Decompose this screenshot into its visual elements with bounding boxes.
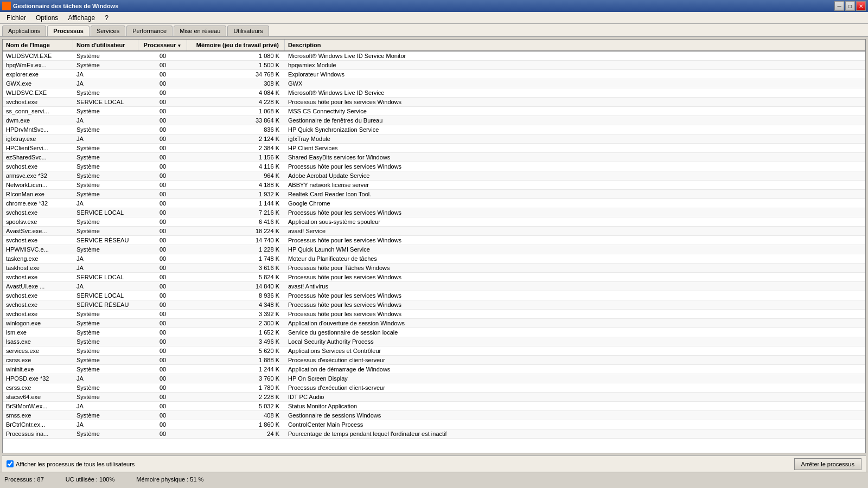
tab-processus[interactable]: Processus xyxy=(47,25,90,36)
cell-user: SERVICE LOCAL xyxy=(73,273,138,281)
table-row[interactable]: taskeng.exe JA 00 1 748 K Moteur du Plan… xyxy=(3,254,865,264)
cell-user: Système xyxy=(73,429,138,438)
cell-name: svchost.exe xyxy=(3,291,73,300)
cell-desc: Service du gestionnaire de session local… xyxy=(285,328,865,337)
table-row[interactable]: NetworkLicen... Système 00 4 188 K ABBYY… xyxy=(3,181,865,190)
table-row[interactable]: svchost.exe SERVICE LOCAL 00 4 228 K Pro… xyxy=(3,98,865,107)
table-row[interactable]: Processus ina... Système 00 24 K Pourcen… xyxy=(3,429,865,439)
show-all-users-checkbox[interactable] xyxy=(7,460,14,467)
menu-options[interactable]: Options xyxy=(31,13,62,23)
cell-name: GWX.exe xyxy=(3,79,73,88)
col-header-name[interactable]: Nom de l'Image xyxy=(3,40,73,50)
cell-name: wininit.exe xyxy=(3,365,73,374)
menu-fichier[interactable]: Fichier xyxy=(2,13,30,23)
table-row[interactable]: wininit.exe Système 00 1 244 K Applicati… xyxy=(3,365,865,374)
table-row[interactable]: HPClientServi... Système 00 2 384 K HP C… xyxy=(3,144,865,153)
table-row[interactable]: stacsv64.exe Système 00 2 228 K IDT PC A… xyxy=(3,393,865,402)
table-row[interactable]: svchost.exe SERVICE RÉSEAU 00 4 348 K Pr… xyxy=(3,300,865,310)
table-row[interactable]: smss.exe Système 00 408 K Gestionnaire d… xyxy=(3,411,865,420)
cell-cpu: 00 xyxy=(138,88,187,97)
maximize-button[interactable]: □ xyxy=(845,1,855,11)
tab-utilisateurs[interactable]: Utilisateurs xyxy=(227,25,269,36)
cell-desc: igfxTray Module xyxy=(285,134,865,143)
table-row[interactable]: AvastUI.exe ... JA 00 14 840 K avast! An… xyxy=(3,282,865,291)
table-row[interactable]: AvastSvc.exe... Système 00 18 224 K avas… xyxy=(3,227,865,236)
table-row[interactable]: spoolsv.exe Système 00 6 416 K Applicati… xyxy=(3,217,865,227)
menu-help[interactable]: ? xyxy=(100,13,113,23)
cell-name: stacsv64.exe xyxy=(3,393,73,401)
table-row[interactable]: dwm.exe JA 00 33 864 K Gestionnaire de f… xyxy=(3,116,865,125)
table-row[interactable]: csrss.exe Système 00 1 780 K Processus d… xyxy=(3,383,865,393)
cell-name: BrStMonW.ex... xyxy=(3,402,73,410)
cell-mem: 5 824 K xyxy=(187,273,285,281)
menu-affichage[interactable]: Affichage xyxy=(63,13,99,23)
cell-name: csrss.exe xyxy=(3,356,73,364)
cell-user: Système xyxy=(73,52,138,60)
tab-services[interactable]: Services xyxy=(91,25,125,36)
col-header-cpu[interactable]: Processeur▼ xyxy=(138,40,187,50)
table-row[interactable]: svchost.exe SERVICE LOCAL 00 8 936 K Pro… xyxy=(3,291,865,300)
table-row[interactable]: HPOSD.exe *32 JA 00 3 760 K HP On Screen… xyxy=(3,374,865,383)
cell-user: SERVICE LOCAL xyxy=(73,98,138,106)
cell-desc: Microsoft® Windows Live ID Service Monit… xyxy=(285,52,865,60)
cell-name: igfxtray.exe xyxy=(3,134,73,143)
cell-cpu: 00 xyxy=(138,300,187,309)
minimize-button[interactable]: ─ xyxy=(834,1,844,11)
col-header-desc[interactable]: Description xyxy=(285,40,865,50)
table-row[interactable]: HPDrvMntSvc... Système 00 836 K HP Quick… xyxy=(3,125,865,134)
cell-mem: 14 740 K xyxy=(187,236,285,245)
table-row[interactable]: svchost.exe SERVICE RÉSEAU 00 14 740 K P… xyxy=(3,236,865,245)
cell-cpu: 00 xyxy=(138,153,187,162)
cell-user: Système xyxy=(73,181,138,189)
table-row[interactable]: BrCtrlCntr.ex... JA 00 1 860 K ControlCe… xyxy=(3,420,865,429)
cell-cpu: 00 xyxy=(138,52,187,60)
table-header: Nom de l'Image Nom d'utilisateur Process… xyxy=(3,40,865,52)
table-row[interactable]: chrome.exe *32 JA 00 1 144 K Google Chro… xyxy=(3,199,865,208)
cell-cpu: 00 xyxy=(138,365,187,374)
table-row[interactable]: taskhost.exe JA 00 3 616 K Processus hôt… xyxy=(3,264,865,273)
table-row[interactable]: RIconMan.exe Système 00 1 932 K Realtek … xyxy=(3,190,865,199)
cell-mem: 2 384 K xyxy=(187,144,285,152)
table-row[interactable]: svchost.exe SERVICE LOCAL 00 7 216 K Pro… xyxy=(3,208,865,217)
table-row[interactable]: ezSharedSvc... Système 00 1 156 K Shared… xyxy=(3,153,865,162)
cell-user: Système xyxy=(73,356,138,364)
col-header-user[interactable]: Nom d'utilisateur xyxy=(73,40,138,50)
table-row[interactable]: services.exe Système 00 5 620 K Applicat… xyxy=(3,346,865,356)
table-row[interactable]: HPWMISVC.e... Système 00 1 228 K HP Quic… xyxy=(3,245,865,254)
table-row[interactable]: armsvc.exe *32 Système 00 964 K Adobe Ac… xyxy=(3,171,865,181)
cell-mem: 1 500 K xyxy=(187,61,285,69)
cell-mem: 1 780 K xyxy=(187,383,285,392)
cell-desc: Processus hôte pour les services Windows xyxy=(285,98,865,106)
cell-name: ss_conn_servi... xyxy=(3,107,73,115)
table-row[interactable]: explorer.exe JA 00 34 768 K Explorateur … xyxy=(3,70,865,79)
table-row[interactable]: WLIDSVC.EXE Système 00 4 084 K Microsoft… xyxy=(3,88,865,98)
cell-cpu: 00 xyxy=(138,236,187,245)
col-header-mem[interactable]: Mémoire (jeu de travail privé) xyxy=(187,40,285,50)
table-row[interactable]: hpqWmEx.ex... Système 00 1 500 K hpqwmie… xyxy=(3,61,865,70)
table-row[interactable]: lsass.exe Système 00 3 496 K Local Secur… xyxy=(3,337,865,346)
status-mem-usage: Mémoire physique : 51 % xyxy=(136,476,203,483)
cell-desc: Application sous-système spouleur xyxy=(285,217,865,226)
table-row[interactable]: svchost.exe Système 00 3 392 K Processus… xyxy=(3,310,865,319)
table-row[interactable]: ss_conn_servi... Système 00 1 068 K MSS … xyxy=(3,107,865,116)
cell-desc: MSS CS Connectivity Service xyxy=(285,107,865,115)
cell-user: SERVICE LOCAL xyxy=(73,291,138,300)
close-button[interactable]: ✕ xyxy=(856,1,866,11)
table-row[interactable]: svchost.exe Système 00 4 116 K Processus… xyxy=(3,162,865,171)
end-process-button[interactable]: Arrêter le processus xyxy=(794,458,861,470)
cell-mem: 1 652 K xyxy=(187,328,285,337)
tab-performance[interactable]: Performance xyxy=(126,25,173,36)
table-row[interactable]: csrss.exe Système 00 1 888 K Processus d… xyxy=(3,356,865,365)
table-row[interactable]: svchost.exe SERVICE LOCAL 00 5 824 K Pro… xyxy=(3,273,865,282)
cell-cpu: 00 xyxy=(138,171,187,180)
tab-mise-en-reseau[interactable]: Mise en réseau xyxy=(174,25,226,36)
table-row[interactable]: igfxtray.exe JA 00 2 124 K igfxTray Modu… xyxy=(3,134,865,144)
table-row[interactable]: BrStMonW.ex... JA 00 5 032 K Status Moni… xyxy=(3,402,865,411)
table-row[interactable]: winlogon.exe Système 00 2 300 K Applicat… xyxy=(3,319,865,328)
table-row[interactable]: WLIDSVCM.EXE Système 00 1 080 K Microsof… xyxy=(3,52,865,61)
table-row[interactable]: GWX.exe JA 00 308 K GWX xyxy=(3,79,865,88)
tab-applications[interactable]: Applications xyxy=(2,25,46,36)
cell-mem: 308 K xyxy=(187,79,285,88)
table-row[interactable]: lsm.exe Système 00 1 652 K Service du ge… xyxy=(3,328,865,337)
cell-name: lsm.exe xyxy=(3,328,73,337)
